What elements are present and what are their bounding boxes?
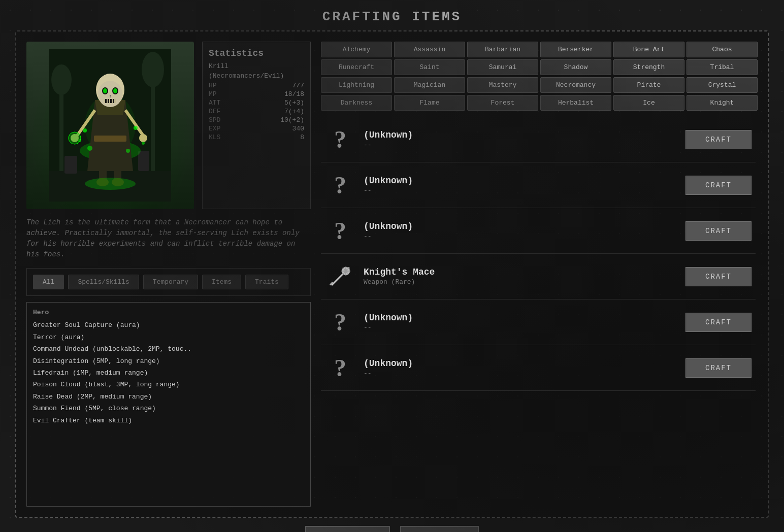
svg-rect-35: [94, 136, 126, 142]
cat-tab-ice[interactable]: Ice: [613, 95, 684, 111]
right-panel: Alchemy Assassin Barbarian Berserker Bon…: [321, 42, 758, 507]
stat-kls: KLS 8: [209, 134, 304, 141]
cat-tab-bone-art[interactable]: Bone Art: [613, 42, 684, 57]
item-desc-mace: Weapon (Rare): [364, 278, 677, 286]
item-name-mace: Knight's Mace: [364, 267, 677, 277]
svg-point-33: [126, 149, 130, 153]
stat-hp: HP 7/7: [209, 82, 304, 89]
skills-list[interactable]: Hero Greater Soul Capture (aura) Terror …: [27, 303, 310, 506]
cat-tab-tribal[interactable]: Tribal: [687, 59, 758, 75]
craft-button-1[interactable]: CRAFT: [685, 130, 752, 149]
stats-title: Statistics: [209, 48, 304, 58]
table-row: ? (Unknown) -- CRAFT: [321, 300, 756, 345]
cat-tab-pirate[interactable]: Pirate: [613, 77, 684, 93]
craft-button-6[interactable]: CRAFT: [685, 358, 752, 378]
item-desc-3: --: [364, 232, 677, 240]
svg-rect-23: [113, 99, 114, 103]
filter-tab-temporary[interactable]: Temporary: [143, 275, 198, 289]
filter-tab-spells[interactable]: Spells/Skills: [68, 275, 139, 289]
stat-att: ATT 5(+3): [209, 99, 304, 107]
cat-tab-flame[interactable]: Flame: [394, 95, 465, 111]
character-name: Krill: [209, 62, 304, 70]
cat-tab-berserker[interactable]: Berserker: [540, 42, 611, 57]
item-desc-6: --: [364, 370, 677, 377]
list-item: Lifedrain (1MP, medium range): [33, 367, 304, 379]
character-portrait: [26, 42, 194, 209]
cat-tab-herbalist[interactable]: Herbalist: [540, 95, 611, 111]
cat-tab-barbarian[interactable]: Barbarian: [467, 42, 538, 57]
item-details-mace: Knight's Mace Weapon (Rare): [364, 267, 677, 286]
cat-tab-forest[interactable]: Forest: [467, 95, 538, 111]
item-icon-unknown-6: ?: [325, 353, 355, 383]
cat-tab-assassin[interactable]: Assassin: [394, 42, 465, 57]
filter-tab-items[interactable]: Items: [202, 275, 241, 289]
craft-button-3[interactable]: CRAFT: [685, 221, 752, 241]
svg-point-16: [103, 88, 107, 93]
craft-button-4[interactable]: CRAFT: [685, 267, 752, 286]
svg-rect-22: [110, 99, 112, 103]
table-row: ? (Unknown) -- CRAFT: [321, 208, 756, 254]
left-panel: Statistics Krill (Necromancers/Evil) HP …: [26, 42, 311, 507]
item-details-6: (Unknown) --: [364, 358, 677, 377]
item-details-1: (Unknown) --: [364, 130, 677, 149]
cat-tab-saint[interactable]: Saint: [394, 59, 465, 75]
crafting-scroll-area[interactable]: ? (Unknown) -- CRAFT ? (Unknown) -- CRAF…: [321, 117, 758, 507]
svg-rect-6: [64, 156, 77, 174]
svg-point-27: [139, 134, 147, 142]
item-details-2: (Unknown) --: [364, 176, 677, 194]
svg-rect-20: [105, 99, 107, 103]
item-desc-2: --: [364, 187, 677, 194]
cat-tab-alchemy[interactable]: Alchemy: [321, 42, 392, 57]
filter-tab-all[interactable]: All: [33, 275, 64, 289]
cat-tab-crystal[interactable]: Crystal: [687, 77, 758, 93]
craft-button-5[interactable]: CRAFT: [685, 313, 752, 332]
character-area: Statistics Krill (Necromancers/Evil) HP …: [26, 42, 311, 209]
crafting-list: ? (Unknown) -- CRAFT ? (Unknown) -- CRAF…: [321, 117, 758, 507]
mace-weapon-icon: [326, 262, 354, 290]
list-item: Evil Crafter (team skill): [33, 415, 304, 426]
stat-def: DEF 7(+4): [209, 108, 304, 115]
item-icon-unknown-5: ?: [325, 307, 355, 338]
category-tabs-grid: Alchemy Assassin Barbarian Berserker Bon…: [321, 42, 758, 111]
table-row: ? (Unknown) -- CRAFT: [321, 345, 756, 391]
skills-list-container: Hero Greater Soul Capture (aura) Terror …: [26, 302, 311, 507]
table-row: Knight's Mace Weapon (Rare) CRAFT: [321, 254, 756, 300]
page-title: CRAFTING ITEMS: [0, 0, 784, 30]
item-desc-1: --: [364, 141, 677, 149]
item-details-3: (Unknown) --: [364, 221, 677, 240]
svg-point-32: [142, 142, 145, 145]
item-name-6: (Unknown): [364, 358, 677, 369]
cat-tab-runecraft[interactable]: Runecraft: [321, 59, 392, 75]
table-row: ? (Unknown) -- CRAFT: [321, 117, 756, 162]
item-details-5: (Unknown) --: [364, 313, 677, 331]
lich-portrait-art: [49, 49, 171, 202]
cat-tab-shadow[interactable]: Shadow: [540, 59, 611, 75]
craft-button-2[interactable]: CRAFT: [685, 176, 752, 195]
items-button[interactable]: ITEMS: [305, 526, 390, 532]
cat-tab-samurai[interactable]: Samurai: [467, 59, 538, 75]
item-name-3: (Unknown): [364, 221, 677, 231]
cat-tab-magician[interactable]: Magician: [394, 77, 465, 93]
cat-tab-necromancy[interactable]: Necromancy: [540, 77, 611, 93]
character-description: The Lich is the ultimate form that a Nec…: [26, 215, 311, 262]
list-item: Terror (aura): [33, 331, 304, 343]
exit-button[interactable]: EXIT: [400, 526, 478, 532]
main-container: Statistics Krill (Necromancers/Evil) HP …: [15, 30, 769, 518]
cat-tab-strength[interactable]: Strength: [613, 59, 684, 75]
bottom-button-row: ITEMS EXIT: [0, 518, 784, 532]
list-item: Command Undead (unblockable, 2MP, touc..: [33, 343, 304, 355]
filter-tab-traits[interactable]: Traits: [245, 275, 288, 289]
cat-tab-mastery[interactable]: Mastery: [467, 77, 538, 93]
svg-point-34: [69, 132, 81, 144]
stat-exp: EXP 340: [209, 125, 304, 132]
cat-tab-lightning[interactable]: Lightning: [321, 77, 392, 93]
cat-tab-knight[interactable]: Knight: [687, 95, 758, 111]
cat-tab-chaos[interactable]: Chaos: [687, 42, 758, 57]
stats-box: Statistics Krill (Necromancers/Evil) HP …: [202, 42, 311, 209]
svg-point-17: [113, 88, 117, 93]
item-icon-unknown-3: ?: [325, 216, 355, 246]
item-icon-unknown-2: ?: [325, 170, 355, 201]
svg-point-28: [83, 128, 87, 132]
svg-point-31: [134, 126, 138, 130]
cat-tab-darkness[interactable]: Darkness: [321, 95, 392, 111]
